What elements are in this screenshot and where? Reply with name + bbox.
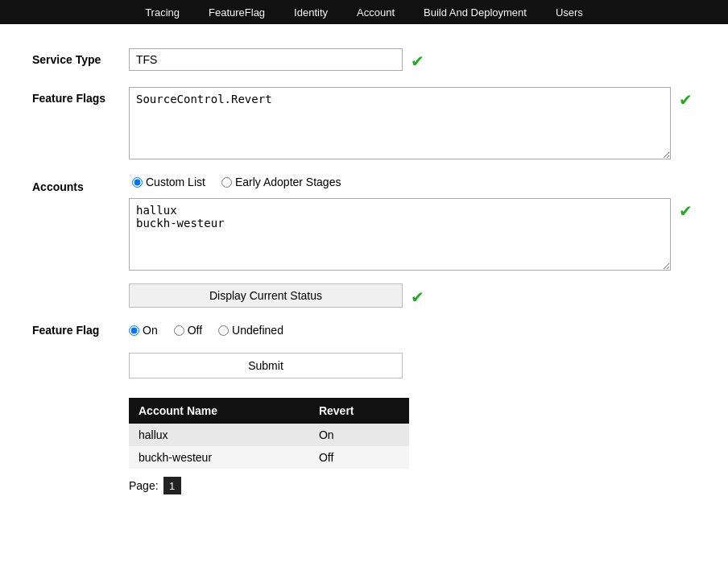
accounts-early-adopter-label: Early Adopter Stages	[235, 176, 341, 188]
accounts-custom-list-option[interactable]: Custom List	[132, 176, 205, 188]
nav-identity[interactable]: Identity	[279, 6, 342, 19]
nav-tracing[interactable]: Tracing	[130, 6, 194, 19]
col-account-name: Account Name	[129, 398, 309, 424]
accounts-content: Custom List Early Adopter Stages ✔	[129, 176, 693, 271]
accounts-custom-list-radio[interactable]	[132, 177, 143, 188]
feature-flag-on-radio[interactable]	[129, 325, 139, 336]
submit-row: Submit	[129, 353, 696, 379]
main-nav: Tracing FeatureFlag Identity Account Bui…	[0, 0, 728, 24]
accounts-early-adopter-option[interactable]: Early Adopter Stages	[221, 176, 341, 188]
accounts-textarea[interactable]	[129, 198, 671, 271]
feature-flag-label: Feature Flag	[32, 324, 129, 337]
accounts-row: Accounts Custom List Early Adopter Stage…	[32, 176, 696, 271]
feature-flag-off-radio[interactable]	[174, 325, 184, 336]
table-row: buckh-westeurOff	[129, 446, 409, 469]
service-type-label: Service Type	[32, 48, 129, 66]
service-type-row: Service Type ✔	[32, 48, 696, 71]
feature-flag-undefined-option[interactable]: Undefined	[218, 324, 283, 337]
status-row: Display Current Status ✔	[129, 283, 696, 308]
submit-button[interactable]: Submit	[129, 353, 403, 379]
main-content: Service Type ✔ Feature Flags ✔ Accounts …	[0, 24, 728, 519]
service-type-check-icon: ✔	[411, 48, 424, 71]
accounts-label: Accounts	[32, 176, 129, 193]
feature-flag-undefined-radio[interactable]	[218, 325, 229, 336]
accounts-custom-list-label: Custom List	[146, 176, 205, 188]
table-header-row: Account Name Revert	[129, 398, 409, 424]
feature-flag-on-option[interactable]: On	[129, 324, 158, 337]
table-row: halluxOn	[129, 424, 409, 446]
table-wrap: Account Name Revert halluxOnbuckh-westeu…	[129, 398, 696, 469]
table-cell-account: hallux	[129, 424, 309, 446]
feature-flag-off-label: Off	[188, 324, 202, 337]
accounts-radio-group: Custom List Early Adopter Stages	[129, 176, 693, 188]
service-type-control: ✔	[129, 48, 693, 71]
table-cell-revert: On	[309, 424, 409, 446]
status-check-icon: ✔	[411, 284, 424, 307]
accounts-textarea-wrap: ✔	[129, 198, 693, 271]
pagination: Page: 1	[129, 477, 696, 494]
nav-account[interactable]: Account	[342, 6, 409, 19]
feature-flag-row: Feature Flag On Off Undefined	[32, 324, 696, 337]
nav-featureflag[interactable]: FeatureFlag	[194, 6, 279, 19]
accounts-early-adopter-radio[interactable]	[221, 177, 232, 188]
table-cell-revert: Off	[309, 446, 409, 469]
feature-flag-undefined-label: Undefined	[232, 324, 283, 337]
feature-flag-options: On Off Undefined	[129, 324, 283, 337]
nav-users[interactable]: Users	[541, 6, 598, 19]
col-revert: Revert	[309, 398, 409, 424]
feature-flags-row: Feature Flags ✔	[32, 87, 696, 159]
feature-flag-off-option[interactable]: Off	[174, 324, 202, 337]
display-status-button[interactable]: Display Current Status	[129, 283, 403, 308]
service-type-input[interactable]	[129, 48, 403, 71]
feature-flags-control: ✔	[129, 87, 693, 159]
table-cell-account: buckh-westeur	[129, 446, 309, 469]
feature-flags-check-icon: ✔	[679, 87, 693, 110]
feature-flags-label: Feature Flags	[32, 87, 129, 105]
feature-flag-on-label: On	[143, 324, 158, 337]
page-number[interactable]: 1	[163, 477, 181, 494]
results-table: Account Name Revert halluxOnbuckh-westeu…	[129, 398, 409, 469]
feature-flags-textarea[interactable]	[129, 87, 671, 159]
accounts-check-icon: ✔	[679, 198, 693, 221]
nav-build-deployment[interactable]: Build And Deployment	[409, 6, 541, 19]
page-label: Page:	[129, 479, 159, 492]
